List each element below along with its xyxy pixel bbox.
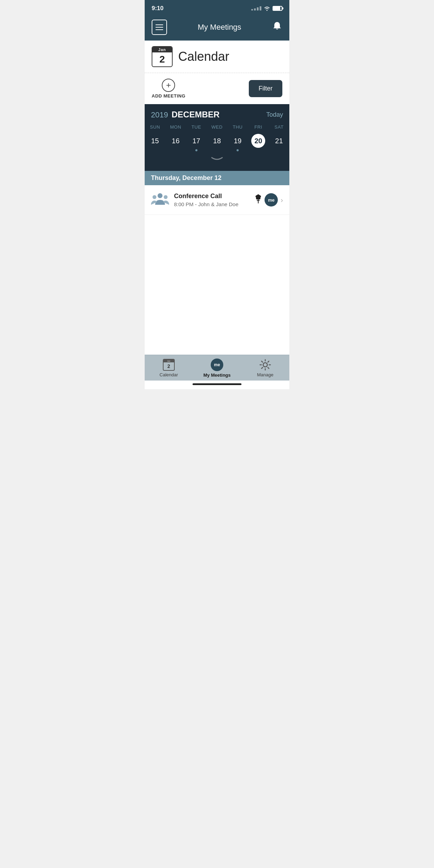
meeting-actions: me › <box>255 193 283 207</box>
nav-item-calendar[interactable]: Jan 2 Calendar <box>155 359 183 377</box>
bell-icon[interactable] <box>272 21 282 34</box>
calendar-icon: Jan 2 <box>152 46 173 67</box>
day-21[interactable]: 21 <box>269 132 289 153</box>
app-header: My Meetings <box>145 15 289 41</box>
nav-me-avatar: me <box>211 359 223 371</box>
cal-day: 2 <box>152 52 172 66</box>
header-title: My Meetings <box>198 23 241 32</box>
filter-button[interactable]: Filter <box>249 80 282 97</box>
day-header-mon: MON <box>165 124 186 132</box>
meeting-time: 8:00 PM - John & Jane Doe <box>174 201 250 207</box>
menu-button[interactable] <box>152 20 167 35</box>
meeting-people-icon <box>151 191 169 209</box>
signal-icon <box>251 6 261 10</box>
day-15[interactable]: 15 <box>145 132 165 153</box>
day-17[interactable]: 17 <box>186 132 207 153</box>
day-18[interactable]: 18 <box>207 132 227 153</box>
today-button[interactable]: Today <box>266 111 283 118</box>
meeting-item[interactable]: Conference Call 8:00 PM - John & Jane Do… <box>145 185 289 215</box>
strip-header: 2019 DECEMBER Today <box>145 110 289 124</box>
svg-point-5 <box>263 363 267 367</box>
meeting-info: Conference Call 8:00 PM - John & Jane Do… <box>174 193 250 207</box>
day-dot-17 <box>195 149 197 151</box>
section-date-text: Thursday, December 12 <box>151 174 222 181</box>
day-header-sun: SUN <box>145 124 165 132</box>
calendar-strip: 2019 DECEMBER Today SUN MON TUE WED THU … <box>145 104 289 171</box>
status-time: 9:10 <box>152 5 164 12</box>
nav-calendar-icon: Jan 2 <box>163 359 175 371</box>
day-header-fri: FRI <box>248 124 269 132</box>
day-header-wed: WED <box>207 124 227 132</box>
day-16[interactable]: 16 <box>165 132 186 153</box>
wifi-icon <box>263 6 270 11</box>
nav-item-manage[interactable]: Manage <box>251 359 279 377</box>
battery-icon <box>273 6 282 11</box>
year-month: 2019 DECEMBER <box>151 110 219 120</box>
chevron-right-icon: › <box>281 196 283 204</box>
day-header-sat: SAT <box>269 124 289 132</box>
day-header-tue: TUE <box>186 124 207 132</box>
nav-label-calendar: Calendar <box>160 372 178 377</box>
day-header-thu: THU <box>227 124 248 132</box>
home-indicator <box>145 381 289 389</box>
day-19[interactable]: 19 <box>227 132 248 153</box>
strip-year: 2019 <box>151 110 168 120</box>
pin-icon <box>255 194 262 205</box>
home-bar <box>193 383 241 385</box>
bottom-nav: Jan 2 Calendar me My Meetings Manage <box>145 355 289 381</box>
nav-cal-day: 2 <box>164 362 174 370</box>
nav-label-manage: Manage <box>257 372 274 377</box>
add-meeting-label: ADD MEETING <box>152 93 186 99</box>
calendar-header: Jan 2 Calendar <box>145 41 289 73</box>
action-row: + ADD MEETING Filter <box>145 73 289 104</box>
meeting-title: Conference Call <box>174 193 250 200</box>
nav-label-my-meetings: My Meetings <box>203 372 231 378</box>
day-dot-19 <box>237 149 239 151</box>
calendar-label: Calendar <box>178 49 229 64</box>
nav-cal-month: Jan <box>164 360 174 362</box>
add-meeting-button[interactable]: + ADD MEETING <box>152 79 186 99</box>
status-bar: 9:10 <box>145 0 289 15</box>
me-avatar: me <box>265 193 278 207</box>
add-circle-icon: + <box>162 79 175 92</box>
nav-gear-icon <box>259 359 271 371</box>
days-grid: SUN MON TUE WED THU FRI SAT 15 16 17 18 … <box>145 124 289 153</box>
status-icons <box>251 6 282 11</box>
cal-month: Jan <box>152 47 172 52</box>
strip-month: DECEMBER <box>172 110 219 120</box>
section-date-header: Thursday, December 12 <box>145 171 289 185</box>
day-20-today[interactable]: 20 <box>248 132 269 153</box>
nav-item-my-meetings[interactable]: me My Meetings <box>203 359 231 378</box>
expand-chevron[interactable] <box>145 153 289 164</box>
svg-point-0 <box>158 193 162 198</box>
svg-point-1 <box>153 195 157 199</box>
content-area <box>145 215 289 355</box>
svg-point-2 <box>164 195 168 199</box>
